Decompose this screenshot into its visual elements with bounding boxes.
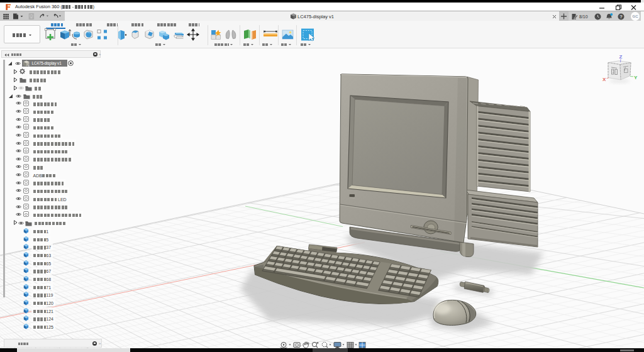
svg-text:Y: Y: [634, 75, 638, 80]
svg-text:X: X: [602, 77, 606, 82]
svg-text:?: ?: [619, 14, 623, 19]
svg-text:Z: Z: [619, 54, 623, 60]
